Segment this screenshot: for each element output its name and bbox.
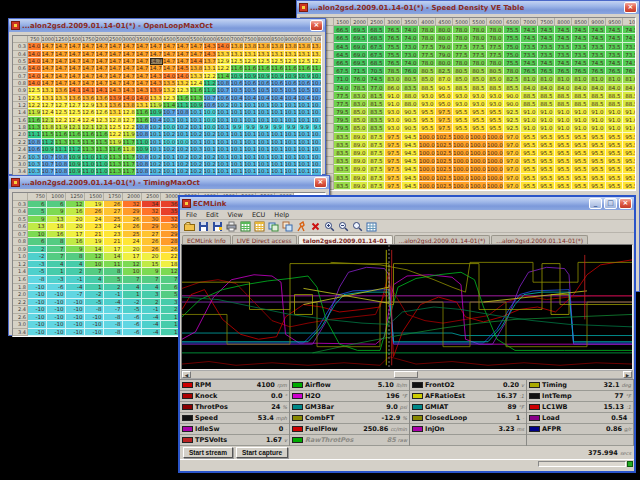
table-cell[interactable]: -6 [123,314,142,322]
table-cell[interactable]: 11.7 [123,161,137,168]
table-cell[interactable]: 26 [123,216,142,224]
table-cell[interactable]: 100.0 [453,133,470,141]
table-cell[interactable]: 10.6 [312,80,323,87]
table-cell[interactable]: 100.0 [419,149,436,157]
table-cell[interactable]: -10 [28,329,47,337]
table-cell[interactable]: 97.5 [385,149,402,157]
table-cell[interactable]: 14.7 [136,80,150,87]
table-cell[interactable]: 26 [85,208,104,216]
table-cell[interactable]: 10.6 [298,80,312,87]
param-row-knock[interactable]: Knock0.0° [180,391,289,402]
table-cell[interactable]: 14 [104,253,123,261]
table-cell[interactable]: 14.7 [136,43,150,50]
table-cell[interactable]: 75.5 [504,34,521,42]
table-cell[interactable]: 67.5 [368,43,385,51]
table-cell[interactable]: 95.5 [538,182,555,190]
table-cell[interactable]: 76.5 [538,67,555,75]
table-cell[interactable]: 79.0 [436,51,453,59]
table-cell[interactable]: 77.5 [334,100,351,108]
table-cell[interactable]: 10.1 [258,154,272,161]
table-cell[interactable]: 76.5 [555,67,572,75]
table-cell[interactable]: 67.5 [334,67,351,75]
table-cell[interactable]: 76.5 [521,67,538,75]
table-cell[interactable]: 7 [142,276,161,284]
table-cell[interactable]: 9 [28,216,47,224]
table-cell[interactable]: 10.2 [163,146,177,153]
table-cell[interactable]: 75.0 [504,51,521,59]
table-cell[interactable]: 88.5 [589,92,606,100]
table-cell[interactable]: 95.5 [453,108,470,116]
table-cell[interactable]: 95.5 [555,149,572,157]
table-cell[interactable]: 95.5 [589,165,606,173]
table-cell[interactable]: 14.7 [69,80,83,87]
table-cell[interactable]: 69.5 [351,26,368,34]
table-cell[interactable]: 78.0 [419,59,436,67]
table-cell[interactable]: 3 [142,291,161,299]
table-cell[interactable]: 10 [123,268,142,276]
table-cell[interactable]: -10 [47,299,66,307]
table-cell[interactable]: 100.0 [470,165,487,173]
param-row-tpsvolts[interactable]: TPSVolts1.67v [180,435,289,446]
table-cell[interactable]: 13.6 [55,87,69,94]
table-cell[interactable]: 75.0 [504,43,521,51]
table-cell[interactable]: 97.0 [504,141,521,149]
table-cell[interactable]: 95.5 [538,141,555,149]
table-cell[interactable]: 32 [142,208,161,216]
table-cell[interactable]: 6 [28,201,47,209]
table-cell[interactable]: 14.7 [163,51,177,58]
table-cell[interactable]: 100.0 [487,149,504,157]
table-cell[interactable]: 95.5 [589,182,606,190]
table-cell[interactable]: 10.7 [217,87,231,94]
table-cell[interactable]: 100.0 [419,165,436,173]
table-cell[interactable]: 10.1 [271,131,285,138]
table-cell[interactable]: 10.0 [177,139,191,146]
table-cell[interactable]: 81.0 [606,75,623,83]
table-cell[interactable]: 10.1 [298,161,312,168]
table-cell[interactable]: 90.0 [504,92,521,100]
table-cell[interactable]: 84.0 [606,84,623,92]
table-cell[interactable]: 10.2 [190,161,204,168]
table-cell[interactable]: 100.0 [487,133,504,141]
table-cell[interactable]: 95.5 [606,133,623,141]
table-cell[interactable]: 100.0 [453,165,470,173]
table-cell[interactable]: 9.9 [231,124,245,131]
table-cell[interactable]: 10.1 [312,139,323,146]
table-cell[interactable]: 91.0 [555,108,572,116]
table-cell[interactable]: 14.7 [42,43,56,50]
table-cell[interactable]: 12.5 [258,58,272,65]
table-cell[interactable]: 100.0 [453,157,470,165]
table-cell[interactable]: 83.5 [334,165,351,173]
table-cell[interactable]: 80.5 [453,67,470,75]
table-cell[interactable]: 83.0 [351,100,368,108]
table-cell[interactable]: 23 [104,231,123,239]
table-cell[interactable]: 83.5 [334,149,351,157]
table-cell[interactable]: 95.5 [606,149,623,157]
tab-2[interactable]: talon2gsd.2009.01.14-01 [298,235,393,244]
table-cell[interactable]: 10.1 [271,117,285,124]
table-cell[interactable]: 14.1 [69,87,83,94]
table-cell[interactable]: 12.5 [298,58,312,65]
table-cell[interactable]: -2 [28,253,47,261]
table-cell[interactable]: 11 [104,261,123,269]
table-cell[interactable]: 9 [142,268,161,276]
table-cell[interactable]: 27 [104,208,123,216]
table-cell[interactable]: 10.1 [271,161,285,168]
table-cell[interactable]: 95.5 [589,149,606,157]
table-cell[interactable]: 10.1 [258,146,272,153]
table-cell[interactable]: 10.8 [28,139,42,146]
table-cell[interactable]: -4 [142,329,161,337]
table-cell[interactable]: 95.5 [538,149,555,157]
table-cell[interactable]: 10.9 [244,73,258,80]
table-cell[interactable]: 10.1 [217,139,231,146]
table-cell[interactable]: 11.0 [82,154,96,161]
openloop-titlebar[interactable]: ...alon2gsd.2009.01.14-01(*) - OpenLoopM… [9,19,325,32]
table-cell[interactable]: -5 [85,299,104,307]
table-cell[interactable]: 10.4 [285,95,299,102]
table-cell[interactable]: 10.2 [190,131,204,138]
table-cell[interactable]: 91.0 [538,108,555,116]
table-cell[interactable]: 77.5 [453,43,470,51]
table-cell[interactable]: 91.0 [555,124,572,132]
table-cell[interactable]: 93.0 [419,92,436,100]
table-cell[interactable]: 24 [85,216,104,224]
table-cell[interactable]: 73.5 [521,51,538,59]
